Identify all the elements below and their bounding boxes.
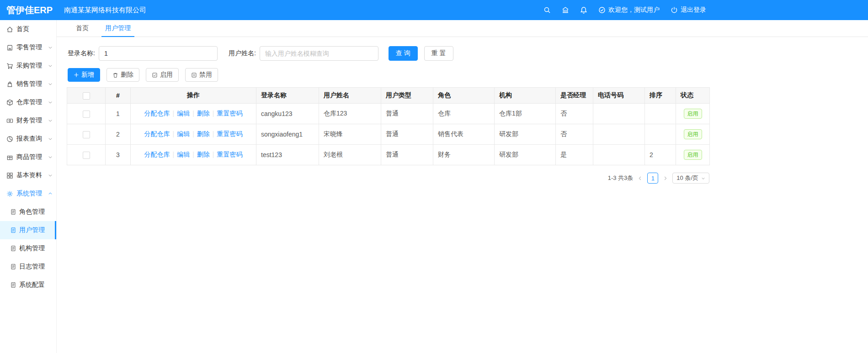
reset-password-link[interactable]: 重置密码 xyxy=(217,110,242,117)
col-header-manager: 是否经理 xyxy=(556,88,593,104)
sidebar-item-label: 系统管理 xyxy=(16,190,42,198)
page-number-button[interactable]: 1 xyxy=(647,173,658,184)
company-name: 南通某某网络科技有限公司 xyxy=(64,6,146,15)
reset-button[interactable]: 重 置 xyxy=(424,46,453,61)
cell-role: 销售代表 xyxy=(433,124,495,145)
chevron-down-icon xyxy=(701,176,705,180)
delete-link[interactable]: 删除 xyxy=(197,110,210,117)
sidebar-item-label: 报表查询 xyxy=(16,135,42,143)
assign-warehouse-link[interactable]: 分配仓库 xyxy=(144,110,170,117)
cell-manager: 否 xyxy=(556,104,593,124)
row-checkbox[interactable] xyxy=(83,152,90,159)
sidebar-item-retail[interactable]: 零售管理 xyxy=(0,38,56,57)
col-header-status: 状态 xyxy=(676,88,710,104)
tab-home[interactable]: 首页 xyxy=(68,20,97,37)
sidebar: 首页 零售管理 采购管理 销售管理 仓库管理 xyxy=(0,20,57,353)
status-tag-enabled[interactable]: 启用 xyxy=(684,150,702,160)
user-name-input[interactable] xyxy=(260,46,378,61)
disable-button[interactable]: 禁用 xyxy=(185,68,218,82)
query-button[interactable]: 查 询 xyxy=(389,46,418,61)
chevron-down-icon xyxy=(48,100,53,105)
edit-link[interactable]: 编辑 xyxy=(177,151,190,158)
col-header-actions: 操作 xyxy=(131,88,256,104)
prev-page-button[interactable] xyxy=(638,176,643,181)
sidebar-item-user-management[interactable]: 用户管理 xyxy=(0,221,56,239)
row-checkbox[interactable] xyxy=(83,111,90,118)
add-button[interactable]: 新增 xyxy=(68,68,100,82)
edit-link[interactable]: 编辑 xyxy=(177,110,190,117)
sidebar-item-label: 财务管理 xyxy=(16,116,42,125)
reset-password-link[interactable]: 重置密码 xyxy=(217,151,242,158)
status-tag-enabled[interactable]: 启用 xyxy=(684,129,702,139)
user-check-icon xyxy=(598,6,606,14)
cart-icon xyxy=(6,63,13,69)
tab-user-management[interactable]: 用户管理 xyxy=(97,20,139,37)
link-separator: | xyxy=(173,110,175,117)
col-header-role: 角色 xyxy=(433,88,495,104)
logout-icon xyxy=(671,6,678,14)
sidebar-item-sales[interactable]: 销售管理 xyxy=(0,75,56,93)
check-square-icon xyxy=(152,72,158,78)
delete-button[interactable]: 删除 xyxy=(107,68,139,82)
edit-link[interactable]: 编辑 xyxy=(177,130,190,137)
assign-warehouse-link[interactable]: 分配仓库 xyxy=(144,130,170,137)
bag-icon xyxy=(6,81,13,88)
link-separator: | xyxy=(192,110,194,117)
sidebar-item-system[interactable]: 系统管理 xyxy=(0,184,56,203)
main-area: 首页 用户管理 登录名称: 用户姓名: 查 询 重 置 新增 xyxy=(57,0,868,184)
next-page-button[interactable] xyxy=(663,176,668,181)
sidebar-item-warehouse[interactable]: 仓库管理 xyxy=(0,93,56,111)
logout-button[interactable]: 退出登录 xyxy=(671,6,706,14)
sidebar-item-finance[interactable]: 财务管理 xyxy=(0,111,56,130)
sidebar-item-goods[interactable]: 商品管理 xyxy=(0,148,56,166)
sidebar-item-system-config[interactable]: 系统配置 xyxy=(0,276,56,294)
pie-chart-icon xyxy=(6,136,13,142)
enable-button[interactable]: 启用 xyxy=(146,68,179,82)
welcome-text: 欢迎您，测试用户 xyxy=(608,6,660,14)
login-name-input[interactable] xyxy=(99,46,218,61)
pagination: 1-3 共3条 1 10 条/页 xyxy=(67,173,709,184)
trash-icon xyxy=(112,72,118,78)
cell-type: 普通 xyxy=(381,145,433,165)
page-size-select[interactable]: 10 条/页 xyxy=(672,173,709,184)
select-all-checkbox[interactable] xyxy=(83,92,90,100)
reset-password-link[interactable]: 重置密码 xyxy=(217,130,242,137)
cell-actions: 分配仓库|编辑|删除|重置密码 xyxy=(131,104,256,124)
pagination-total: 1-3 共3条 xyxy=(608,174,634,182)
top-header: 管伊佳ERP 南通某某网络科技有限公司 欢迎您，测试用户 退出登录 xyxy=(0,0,868,20)
document-icon xyxy=(10,282,16,288)
sidebar-item-reports[interactable]: 报表查询 xyxy=(0,130,56,148)
delete-link[interactable]: 删除 xyxy=(197,130,210,137)
sidebar-item-label: 机构管理 xyxy=(19,244,45,253)
sidebar-item-purchase[interactable]: 采购管理 xyxy=(0,57,56,75)
gift-icon xyxy=(6,154,13,161)
status-tag-enabled[interactable]: 启用 xyxy=(684,109,702,119)
sidebar-item-home[interactable]: 首页 xyxy=(0,20,56,38)
row-checkbox[interactable] xyxy=(83,131,90,138)
home-icon xyxy=(6,26,13,33)
link-separator: | xyxy=(173,151,175,158)
bell-icon[interactable] xyxy=(580,6,587,14)
chevron-down-icon xyxy=(48,155,53,159)
user-menu[interactable]: 欢迎您，测试用户 xyxy=(598,6,660,14)
sidebar-item-log-management[interactable]: 日志管理 xyxy=(0,258,56,276)
cell-sort xyxy=(645,104,676,124)
search-icon[interactable] xyxy=(543,6,551,14)
cell-phone xyxy=(593,145,645,165)
sidebar-item-role-management[interactable]: 角色管理 xyxy=(0,203,56,221)
sidebar-item-basic-data[interactable]: 基本资料 xyxy=(0,166,56,184)
cell-name: 宋晓锋 xyxy=(319,124,381,145)
sidebar-item-label: 基本资料 xyxy=(16,171,42,179)
col-header-login: 登录名称 xyxy=(256,88,319,104)
cell-type: 普通 xyxy=(381,104,433,124)
cell-name: 刘老根 xyxy=(319,145,381,165)
document-icon xyxy=(10,263,16,270)
search-form: 登录名称: 用户姓名: 查 询 重 置 xyxy=(68,46,710,61)
col-header-phone: 电话号码 xyxy=(593,88,645,104)
assign-warehouse-link[interactable]: 分配仓库 xyxy=(144,151,170,158)
cell-type: 普通 xyxy=(381,124,433,145)
sidebar-item-org-management[interactable]: 机构管理 xyxy=(0,239,56,258)
home-icon[interactable] xyxy=(562,6,569,14)
shop-icon xyxy=(6,44,13,51)
delete-link[interactable]: 删除 xyxy=(197,151,210,158)
